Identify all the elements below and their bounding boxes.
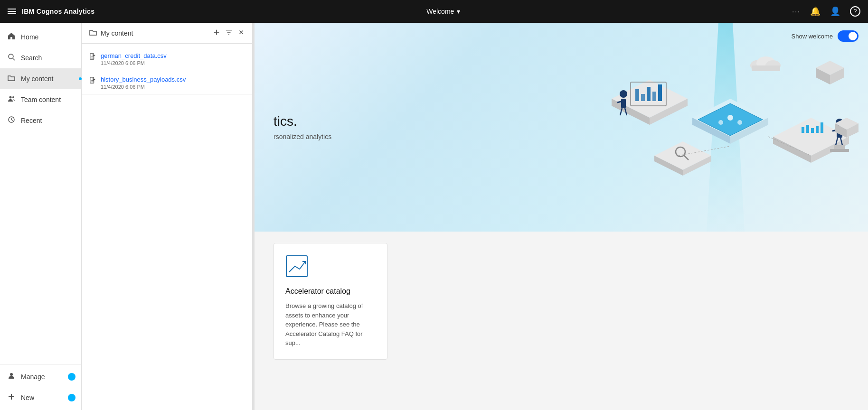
file-csv-icon-1: [89, 77, 96, 85]
sidebar-my-content-label: My content: [21, 75, 53, 83]
svg-rect-49: [806, 125, 809, 133]
svg-line-1: [13, 58, 15, 60]
card-desc-0: Browse a growing catalog of assets to en…: [285, 301, 376, 348]
hero-subtitle: rsonalized analytics: [274, 133, 331, 140]
svg-rect-48: [802, 127, 804, 133]
sidebar-new-label: New: [21, 394, 34, 401]
nav-right: ··· 🔔 👤 ?: [792, 6, 860, 17]
svg-rect-35: [641, 94, 645, 101]
content-panel-header: My content: [82, 23, 252, 44]
svg-rect-41: [621, 99, 626, 108]
sidebar-recent-label: Recent: [21, 117, 42, 124]
sort-icon[interactable]: [238, 29, 245, 37]
svg-rect-52: [821, 122, 823, 133]
file-csv-icon-0: [89, 53, 96, 61]
main-layout: Home Search My content Team content: [0, 23, 868, 410]
user-profile-icon[interactable]: 👤: [830, 6, 840, 17]
sidebar-nav: Home Search My content Team content: [0, 23, 81, 364]
sidebar-item-recent[interactable]: Recent: [0, 110, 81, 131]
svg-rect-37: [652, 92, 656, 101]
clock-icon: [8, 116, 15, 125]
svg-rect-34: [635, 89, 639, 101]
sidebar-item-manage[interactable]: Manage: [0, 366, 81, 387]
svg-rect-36: [647, 87, 651, 101]
content-panel: My content german_credit_: [82, 23, 253, 410]
file-date-0: 11/4/2020 6:06 PM: [101, 60, 167, 66]
hamburger-menu-button[interactable]: [8, 9, 16, 14]
welcome-panel: Show welcome tics. rsonalized analytics: [255, 23, 868, 410]
welcome-hero: tics. rsonalized analytics: [255, 23, 868, 232]
sidebar-item-home[interactable]: Home: [0, 27, 81, 47]
file-info-1: history_business_payloads.csv 11/4/2020 …: [101, 76, 186, 90]
sidebar-item-my-content[interactable]: My content: [0, 68, 81, 89]
sidebar-item-team-content[interactable]: Team content: [0, 89, 81, 110]
svg-rect-50: [811, 128, 814, 133]
card-chart-icon: [285, 255, 376, 280]
card-title-0: Accelerator catalog: [285, 287, 376, 296]
welcome-label: Welcome: [426, 8, 454, 15]
sidebar-item-new[interactable]: New: [0, 387, 81, 408]
svg-point-5: [10, 373, 13, 376]
svg-rect-58: [834, 145, 845, 149]
filter-icon[interactable]: [226, 29, 232, 37]
search-icon: [8, 53, 15, 63]
svg-rect-38: [658, 84, 662, 101]
svg-point-3: [12, 96, 14, 98]
nav-left: IBM Cognos Analytics: [8, 8, 94, 15]
sidebar: Home Search My content Team content: [0, 23, 82, 410]
sidebar-bottom: Manage New: [0, 364, 81, 410]
hero-text: tics. rsonalized analytics: [274, 114, 331, 140]
svg-point-28: [727, 115, 733, 121]
hero-title: tics.: [274, 114, 331, 129]
add-content-icon[interactable]: [213, 29, 220, 37]
svg-point-29: [737, 120, 742, 125]
people-icon: [8, 95, 15, 104]
sidebar-team-content-label: Team content: [21, 96, 61, 103]
dropdown-chevron-icon: ▾: [457, 8, 460, 15]
svg-point-2: [9, 96, 12, 99]
welcome-cards: Accelerator catalog Browse a growing cat…: [255, 232, 868, 371]
file-list: german_credit_data.csv 11/4/2020 6:06 PM…: [82, 44, 252, 99]
svg-rect-51: [816, 126, 819, 133]
sidebar-manage-label: Manage: [21, 373, 45, 381]
manage-badge: [68, 373, 75, 381]
svg-point-0: [9, 54, 13, 59]
app-title: IBM Cognos Analytics: [22, 8, 94, 15]
new-badge: [68, 394, 75, 401]
file-date-1: 11/4/2020 6:06 PM: [101, 84, 186, 90]
file-item-1[interactable]: history_business_payloads.csv 11/4/2020 …: [82, 71, 252, 95]
sidebar-item-search[interactable]: Search: [0, 47, 81, 68]
welcome-dropdown-button[interactable]: Welcome ▾: [426, 8, 460, 15]
show-welcome-label: Show welcome: [792, 33, 833, 40]
more-options-icon[interactable]: ···: [792, 8, 801, 15]
hero-illustration: [583, 23, 868, 232]
home-icon: [8, 32, 15, 42]
file-name-0: german_credit_data.csv: [101, 52, 167, 59]
notification-icon[interactable]: 🔔: [810, 6, 821, 17]
svg-rect-59: [830, 149, 849, 152]
svg-rect-22: [752, 65, 780, 71]
show-welcome-bar: Show welcome: [792, 30, 859, 42]
svg-rect-73: [286, 256, 307, 277]
sidebar-home-label: Home: [21, 33, 38, 41]
folder-title-icon: [89, 28, 97, 37]
folder-icon: [8, 74, 15, 84]
top-navigation: IBM Cognos Analytics Welcome ▾ ··· 🔔 👤 ?: [0, 0, 868, 23]
content-panel-title-group: My content: [89, 28, 133, 37]
file-item-0[interactable]: german_credit_data.csv 11/4/2020 6:06 PM: [82, 47, 252, 71]
help-icon[interactable]: ?: [850, 6, 860, 17]
content-panel-title-text: My content: [101, 29, 133, 37]
show-welcome-toggle[interactable]: [838, 30, 859, 42]
accelerator-catalog-card[interactable]: Accelerator catalog Browse a growing cat…: [274, 243, 387, 360]
svg-point-40: [620, 90, 627, 98]
sidebar-search-label: Search: [21, 54, 42, 62]
plus-icon: [8, 393, 15, 402]
svg-point-30: [718, 120, 723, 125]
file-info-0: german_credit_data.csv 11/4/2020 6:06 PM: [101, 52, 167, 66]
content-panel-actions: [213, 29, 245, 37]
file-name-1: history_business_payloads.csv: [101, 76, 186, 83]
person-icon: [8, 372, 15, 382]
